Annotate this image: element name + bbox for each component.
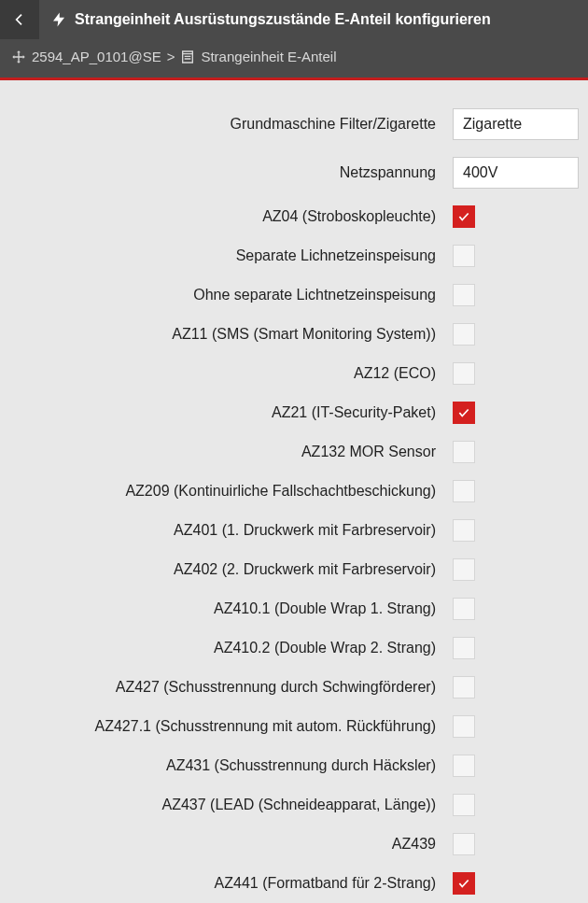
field-label: AZ209 (Kontinuirliche Fallschachtbeschic… xyxy=(9,483,453,500)
field-control xyxy=(453,833,579,855)
checkbox-input[interactable] xyxy=(453,205,475,228)
field-label: Separate Lichnetzeinspeisung xyxy=(9,247,453,264)
field-control xyxy=(453,402,579,424)
checkbox-input[interactable] xyxy=(453,402,475,424)
form-row-checkbox: AZ11 (SMS (Smart Monitoring System)) xyxy=(9,323,579,346)
field-control: 400V xyxy=(453,157,579,189)
field-control xyxy=(453,794,579,816)
form-row-checkbox: AZ427.1 (Schusstrennung mit autom. Rückf… xyxy=(9,715,579,738)
field-label: AZ11 (SMS (Smart Monitoring System)) xyxy=(9,326,453,343)
field-label: AZ427.1 (Schusstrennung mit autom. Rückf… xyxy=(9,718,453,735)
header: Strangeinheit Ausrüstungszustände E-Ante… xyxy=(0,0,588,80)
field-label: AZ439 xyxy=(9,836,453,853)
field-control: Zigarette xyxy=(453,108,579,140)
field-control xyxy=(453,205,579,228)
chevron-left-icon xyxy=(12,12,27,27)
select-input[interactable]: 400V xyxy=(453,157,579,189)
field-control xyxy=(453,441,579,463)
field-label: AZ402 (2. Druckwerk mit Farbreservoir) xyxy=(9,561,453,578)
checkbox-input[interactable] xyxy=(453,362,475,385)
field-control xyxy=(453,519,579,542)
form-row-checkbox: AZ12 (ECO) xyxy=(9,362,579,385)
form-row-checkbox: AZ437 (LEAD (Schneideapparat, Länge)) xyxy=(9,794,579,816)
form-row-checkbox: AZ439 xyxy=(9,833,579,855)
form-row-checkbox: AZ410.1 (Double Wrap 1. Strang) xyxy=(9,598,579,620)
field-label: AZ437 (LEAD (Schneideapparat, Länge)) xyxy=(9,797,453,813)
breadcrumb: 2594_AP_0101@SE > Strangeinheit E-Anteil xyxy=(0,39,588,80)
checkbox-input[interactable] xyxy=(453,441,475,463)
checkbox-input[interactable] xyxy=(453,676,475,698)
checkbox-input[interactable] xyxy=(453,323,475,346)
checkbox-input[interactable] xyxy=(453,598,475,620)
form-row-checkbox: AZ132 MOR Sensor xyxy=(9,441,579,463)
field-control xyxy=(453,676,579,698)
form-row-checkbox: AZ21 (IT-Security-Paket) xyxy=(9,402,579,424)
field-control xyxy=(453,872,579,895)
field-label: AZ401 (1. Druckwerk mit Farbreservoir) xyxy=(9,522,453,539)
field-control xyxy=(453,362,579,385)
field-label: AZ132 MOR Sensor xyxy=(9,444,453,460)
checkbox-input[interactable] xyxy=(453,755,475,777)
check-icon xyxy=(457,210,470,223)
checkbox-input[interactable] xyxy=(453,794,475,816)
checkbox-input[interactable] xyxy=(453,480,475,502)
checkbox-input[interactable] xyxy=(453,872,475,895)
field-control xyxy=(453,245,579,267)
check-icon xyxy=(457,406,470,419)
form-row-checkbox: AZ431 (Schusstrennung durch Häcksler) xyxy=(9,755,579,777)
back-button[interactable] xyxy=(0,0,39,39)
form-row-checkbox: AZ427 (Schusstrennung durch Schwingförde… xyxy=(9,676,579,698)
field-label: AZ21 (IT-Security-Paket) xyxy=(9,404,453,421)
field-label: AZ12 (ECO) xyxy=(9,365,453,382)
form-row-checkbox: AZ441 (Formatband für 2-Strang) xyxy=(9,872,579,895)
form-row-checkbox: Ohne separate Lichtnetzeinspeisung xyxy=(9,284,579,306)
form-row-checkbox: AZ401 (1. Druckwerk mit Farbreservoir) xyxy=(9,519,579,542)
field-label: Netzspannung xyxy=(9,164,453,181)
field-control xyxy=(453,284,579,306)
check-icon xyxy=(457,877,470,890)
checkbox-input[interactable] xyxy=(453,715,475,738)
checkbox-input[interactable] xyxy=(453,637,475,659)
checkbox-input[interactable] xyxy=(453,519,475,542)
field-label: AZ441 (Formatband für 2-Strang) xyxy=(9,875,453,892)
form-area: Grundmaschine Filter/ZigaretteZigaretteN… xyxy=(0,80,588,903)
form-icon xyxy=(180,49,195,64)
breadcrumb-item-2[interactable]: Strangeinheit E-Anteil xyxy=(201,49,336,64)
field-label: AZ410.2 (Double Wrap 2. Strang) xyxy=(9,640,453,656)
form-row-checkbox: Separate Lichnetzeinspeisung xyxy=(9,245,579,267)
field-control xyxy=(453,480,579,502)
move-icon xyxy=(11,49,26,64)
select-input[interactable]: Zigarette xyxy=(453,108,579,140)
field-control xyxy=(453,637,579,659)
form-row-select: Grundmaschine Filter/ZigaretteZigarette xyxy=(9,108,579,140)
breadcrumb-item-1[interactable]: 2594_AP_0101@SE xyxy=(32,49,161,64)
field-label: AZ04 (Stroboskopleuchte) xyxy=(9,208,453,225)
checkbox-input[interactable] xyxy=(453,833,475,855)
field-control xyxy=(453,323,579,346)
page-title: Strangeinheit Ausrüstungszustände E-Ante… xyxy=(75,11,491,28)
field-label: AZ427 (Schusstrennung durch Schwingförde… xyxy=(9,679,453,696)
field-control xyxy=(453,598,579,620)
field-label: AZ431 (Schusstrennung durch Häcksler) xyxy=(9,757,453,774)
breadcrumb-separator: > xyxy=(167,49,175,64)
form-row-checkbox: AZ402 (2. Druckwerk mit Farbreservoir) xyxy=(9,558,579,581)
form-row-checkbox: AZ410.2 (Double Wrap 2. Strang) xyxy=(9,637,579,659)
checkbox-input[interactable] xyxy=(453,245,475,267)
field-control xyxy=(453,715,579,738)
field-label: Ohne separate Lichtnetzeinspeisung xyxy=(9,287,453,303)
form-row-select: Netzspannung400V xyxy=(9,157,579,189)
field-control xyxy=(453,558,579,581)
field-label: AZ410.1 (Double Wrap 1. Strang) xyxy=(9,600,453,617)
form-row-checkbox: AZ209 (Kontinuirliche Fallschachtbeschic… xyxy=(9,480,579,502)
checkbox-input[interactable] xyxy=(453,558,475,581)
field-label: Grundmaschine Filter/Zigarette xyxy=(9,116,453,133)
form-row-checkbox: AZ04 (Stroboskopleuchte) xyxy=(9,205,579,228)
checkbox-input[interactable] xyxy=(453,284,475,306)
title-bar: Strangeinheit Ausrüstungszustände E-Ante… xyxy=(0,0,588,39)
lightning-icon xyxy=(50,11,67,28)
field-control xyxy=(453,755,579,777)
